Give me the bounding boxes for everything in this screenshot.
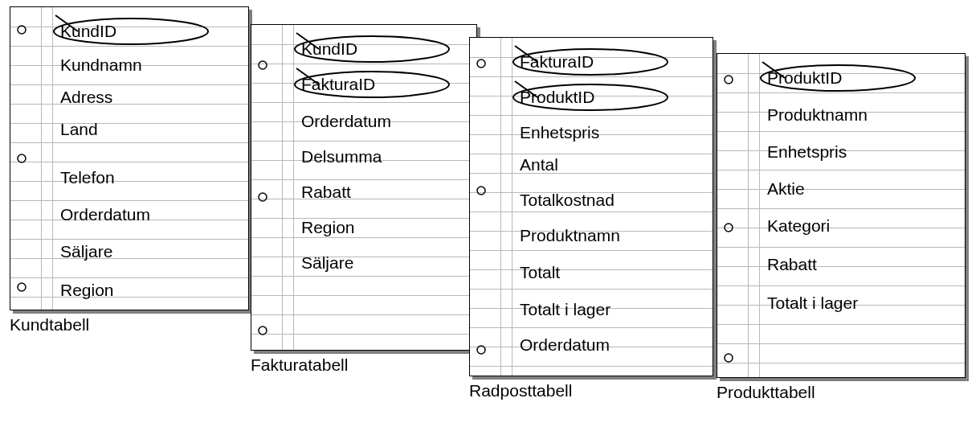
radposttabell-card: FakturaIDProduktIDEnhetsprisAntalTotalko… <box>469 37 713 376</box>
ruled-line <box>10 104 248 124</box>
fakturatabell-field: Delsumma <box>301 147 382 166</box>
radposttabell-field: Totalkostnad <box>520 191 615 210</box>
ruled-line <box>470 269 713 290</box>
radposttabell-field: Totalt i lager <box>520 300 610 319</box>
svg-point-4 <box>259 61 267 69</box>
ruled-line <box>251 179 476 199</box>
kundtabell-field: Kundnamn <box>60 55 142 75</box>
produkttabell-card: ProduktIDProduktnamnEnhetsprisAktieKateg… <box>717 53 966 378</box>
margin-line <box>500 38 501 376</box>
ruled-line <box>717 208 965 228</box>
ruled-line <box>717 170 965 190</box>
ruled-line <box>10 258 248 278</box>
margin-line <box>282 25 283 350</box>
svg-point-16 <box>725 354 733 362</box>
produkttabell-field: Aktie <box>767 179 805 199</box>
punch-hole-icon <box>722 73 735 86</box>
kundtabell-field: Telefon <box>60 168 115 187</box>
svg-point-0 <box>18 26 26 34</box>
fakturatabell-caption: Fakturatabell <box>251 355 348 375</box>
ruled-line <box>10 181 248 201</box>
produkttabell-field: Enhetspris <box>767 142 847 162</box>
kundtabell-card: KundIDKundnamnAdressLandTelefonOrderdatu… <box>10 6 249 310</box>
kundtabell-field: Adress <box>60 88 112 107</box>
kundtabell-field: Land <box>60 120 98 139</box>
ruled-line <box>251 314 476 335</box>
ruled-line <box>717 189 965 209</box>
kundtabell-caption: Kundtabell <box>10 315 89 335</box>
svg-point-9 <box>477 60 485 68</box>
punch-hole-icon <box>15 281 28 294</box>
fakturatabell-field: Säljare <box>301 253 353 273</box>
ruled-line <box>10 84 248 105</box>
punch-hole-icon <box>15 23 28 36</box>
kundtabell-field: Säljare <box>60 242 112 261</box>
ruled-line <box>10 162 248 182</box>
margin-line <box>759 54 760 377</box>
ruled-line <box>10 239 248 259</box>
ruled-line <box>251 295 476 315</box>
produkttabell-field: Totalt i lager <box>767 294 858 313</box>
punch-hole-icon <box>15 152 28 165</box>
produkttabell-field: Produktnamn <box>767 105 868 125</box>
margin-line <box>41 7 42 310</box>
svg-point-5 <box>259 193 267 201</box>
radposttabell-field: Antal <box>520 155 558 175</box>
svg-point-2 <box>18 283 26 291</box>
kundtabell-field: Orderdatum <box>60 205 150 224</box>
margin-line <box>748 54 749 377</box>
ruled-line <box>470 250 713 270</box>
margin-line <box>52 7 53 310</box>
produkttabell-caption: Produkttabell <box>717 383 815 402</box>
punch-hole-icon <box>722 351 735 364</box>
ruled-line <box>10 277 248 298</box>
ruled-line <box>251 276 476 296</box>
key-circle-icon <box>510 80 671 115</box>
ruled-line <box>470 154 713 174</box>
fakturatabell-field: Rabatt <box>301 183 351 202</box>
svg-point-1 <box>18 154 26 162</box>
svg-point-11 <box>477 346 485 354</box>
radposttabell-caption: Radposttabell <box>469 381 572 400</box>
produkttabell-field: Rabatt <box>767 255 817 274</box>
svg-point-10 <box>477 187 485 195</box>
punch-hole-icon <box>256 59 269 72</box>
ruled-line <box>717 266 965 286</box>
punch-hole-icon <box>256 191 269 203</box>
ruled-line <box>251 199 476 219</box>
punch-hole-icon <box>475 57 488 70</box>
punch-hole-icon <box>722 221 735 234</box>
ruled-line <box>10 142 248 162</box>
svg-point-14 <box>725 76 733 84</box>
radposttabell-field: Produktnamn <box>520 226 620 245</box>
kundtabell-field: Region <box>60 281 114 300</box>
ruled-line <box>717 247 965 267</box>
punch-hole-icon <box>475 184 488 197</box>
ruled-line <box>251 257 476 277</box>
fakturatabell-field: Orderdatum <box>301 112 391 131</box>
svg-point-6 <box>259 326 267 335</box>
fakturatabell-field: Region <box>301 218 355 237</box>
radposttabell-field: Totalt <box>520 263 560 282</box>
ruled-line <box>251 218 476 238</box>
punch-hole-icon <box>475 343 488 356</box>
radposttabell-field: Enhetspris <box>520 123 599 142</box>
key-circle-icon <box>292 31 452 67</box>
ruled-line <box>10 123 248 143</box>
ruled-line <box>717 343 965 363</box>
key-circle-icon <box>51 14 211 49</box>
ruled-line <box>251 237 476 257</box>
ruled-line <box>717 228 965 248</box>
key-circle-icon <box>292 67 452 102</box>
ruled-line <box>717 324 965 344</box>
radposttabell-field: Orderdatum <box>520 335 610 355</box>
produkttabell-field: Kategori <box>767 216 830 236</box>
svg-point-15 <box>725 224 733 232</box>
fakturatabell-card: KundIDFakturaIDOrderdatumDelsummaRabattR… <box>251 24 477 351</box>
key-circle-icon <box>510 44 671 80</box>
punch-hole-icon <box>256 324 269 337</box>
key-circle-icon <box>757 60 918 96</box>
